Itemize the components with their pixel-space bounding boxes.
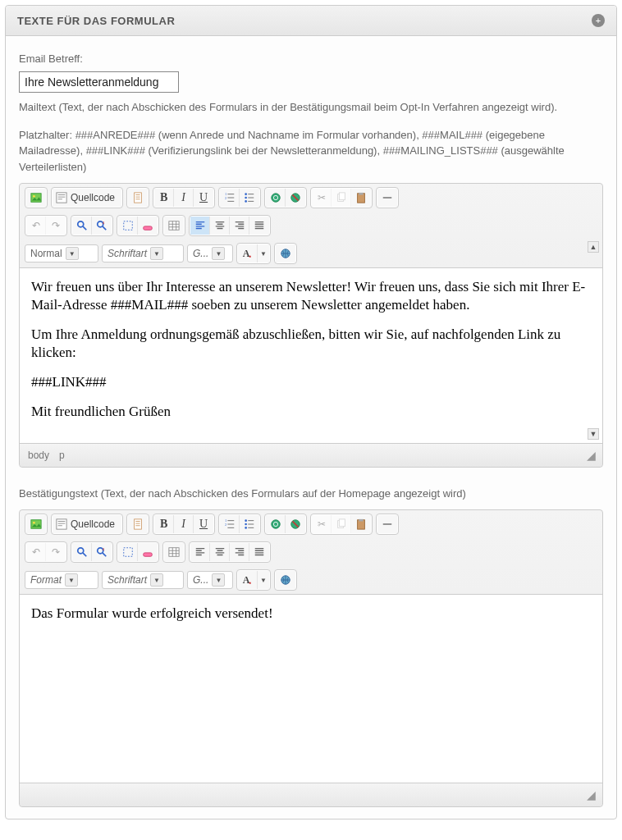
bullet-list-icon[interactable] bbox=[240, 515, 259, 533]
scroll-down-icon[interactable]: ▼ bbox=[588, 428, 599, 440]
content-paragraph: ###LINK### bbox=[31, 373, 591, 391]
image-icon[interactable] bbox=[26, 515, 46, 533]
content-paragraph: Das Formular wurde erfolgreich versendet… bbox=[31, 605, 591, 623]
paste-icon[interactable] bbox=[351, 515, 371, 533]
unlink-icon[interactable] bbox=[286, 515, 305, 533]
replace-icon[interactable]: a bbox=[92, 543, 112, 561]
align-right-icon[interactable] bbox=[230, 543, 249, 561]
source-button[interactable]: Quellcode bbox=[53, 189, 121, 207]
font-select[interactable]: Schriftart▼ bbox=[102, 571, 184, 589]
svg-rect-42 bbox=[123, 548, 132, 557]
confirmation-editor: Quellcode B I U 12 ✂ bbox=[19, 509, 603, 807]
format-select[interactable]: Format▼ bbox=[25, 571, 98, 589]
confirmation-content[interactable]: Das Formular wurde erfolgreich versendet… bbox=[20, 594, 602, 783]
page-icon[interactable] bbox=[128, 515, 148, 533]
mailtext-description: Mailtext (Text, der nach Abschicken des … bbox=[19, 99, 603, 116]
align-justify-icon[interactable] bbox=[249, 543, 269, 561]
svg-point-24 bbox=[33, 522, 35, 524]
svg-point-16 bbox=[77, 221, 83, 227]
remove-format-icon[interactable] bbox=[138, 543, 158, 561]
align-right-icon[interactable] bbox=[230, 217, 249, 235]
find-icon[interactable] bbox=[72, 543, 92, 561]
toolbar-row-2: ↶ ↷ a bbox=[20, 212, 602, 240]
replace-icon[interactable]: a bbox=[92, 217, 112, 235]
align-center-icon[interactable] bbox=[210, 217, 230, 235]
numbered-list-icon[interactable]: 12 bbox=[220, 515, 240, 533]
select-all-icon[interactable] bbox=[118, 217, 138, 235]
content-paragraph: Wir freuen uns über Ihr Interesse an uns… bbox=[31, 278, 591, 314]
link-icon[interactable] bbox=[266, 189, 286, 207]
bold-button[interactable]: B bbox=[154, 189, 174, 207]
svg-point-31 bbox=[245, 527, 247, 529]
svg-point-39 bbox=[77, 548, 83, 554]
link-icon[interactable] bbox=[266, 515, 286, 533]
copy-icon[interactable] bbox=[332, 189, 351, 207]
italic-button[interactable]: I bbox=[174, 189, 194, 207]
svg-rect-21 bbox=[169, 221, 179, 231]
text-color-icon[interactable]: A▪ bbox=[238, 571, 258, 589]
table-icon[interactable] bbox=[164, 543, 184, 561]
email-subject-label: Email Betreff: bbox=[19, 52, 603, 65]
globe-icon[interactable] bbox=[276, 571, 295, 589]
align-left-icon[interactable] bbox=[190, 217, 210, 235]
horizontal-rule-icon[interactable] bbox=[377, 515, 397, 533]
collapse-icon[interactable]: + bbox=[592, 14, 605, 27]
find-icon[interactable] bbox=[72, 217, 92, 235]
cut-icon[interactable]: ✂ bbox=[312, 189, 332, 207]
element-path[interactable]: body p bbox=[28, 450, 65, 461]
source-label: Quellcode bbox=[71, 518, 115, 530]
svg-point-32 bbox=[271, 520, 280, 529]
format-select[interactable]: Normal▼ bbox=[25, 244, 98, 262]
underline-button[interactable]: U bbox=[194, 189, 213, 207]
align-center-icon[interactable] bbox=[210, 543, 230, 561]
color-dropdown-icon[interactable]: ▼ bbox=[258, 244, 269, 262]
panel-body: Email Betreff: Mailtext (Text, der nach … bbox=[6, 36, 616, 819]
svg-text:a: a bbox=[103, 546, 105, 551]
bold-button[interactable]: B bbox=[154, 515, 174, 533]
content-paragraph: Mit freundlichen Grüßen bbox=[31, 403, 591, 421]
paste-icon[interactable] bbox=[351, 189, 371, 207]
align-justify-icon[interactable] bbox=[249, 217, 269, 235]
bullet-list-icon[interactable] bbox=[240, 189, 259, 207]
scroll-up-icon[interactable]: ▲ bbox=[588, 241, 599, 253]
text-color-icon[interactable]: A▪ bbox=[238, 244, 258, 262]
resize-handle-icon[interactable]: ◢ bbox=[587, 788, 594, 801]
redo-icon[interactable]: ↷ bbox=[46, 217, 66, 235]
email-subject-input[interactable] bbox=[19, 71, 179, 93]
cut-icon[interactable]: ✂ bbox=[312, 515, 332, 533]
undo-icon[interactable]: ↶ bbox=[26, 543, 46, 561]
select-all-icon[interactable] bbox=[118, 543, 138, 561]
globe-icon[interactable] bbox=[276, 244, 295, 262]
undo-icon[interactable]: ↶ bbox=[26, 217, 46, 235]
align-left-icon[interactable] bbox=[190, 543, 210, 561]
resize-handle-icon[interactable]: ◢ bbox=[587, 449, 594, 462]
placeholders-description: Platzhalter: ###ANREDE### (wenn Anrede u… bbox=[19, 127, 603, 176]
svg-point-1 bbox=[33, 195, 35, 198]
remove-format-icon[interactable] bbox=[138, 217, 158, 235]
table-icon[interactable] bbox=[164, 217, 184, 235]
italic-button[interactable]: I bbox=[174, 515, 194, 533]
svg-rect-19 bbox=[123, 221, 132, 231]
svg-rect-15 bbox=[383, 197, 392, 199]
horizontal-rule-icon[interactable] bbox=[377, 189, 397, 207]
numbered-list-icon[interactable]: 12 bbox=[220, 189, 240, 207]
underline-button[interactable]: U bbox=[194, 515, 213, 533]
image-icon[interactable] bbox=[26, 189, 46, 207]
mailtext-content[interactable]: Wir freuen uns über Ihr Interesse an uns… bbox=[20, 267, 602, 443]
size-select[interactable]: G...▼ bbox=[187, 571, 233, 589]
mailtext-editor: Quellcode B I U 12 ✂ bbox=[19, 183, 603, 468]
page-icon[interactable] bbox=[128, 189, 148, 207]
svg-rect-25 bbox=[57, 519, 66, 529]
font-select[interactable]: Schriftart▼ bbox=[102, 244, 184, 262]
svg-point-30 bbox=[245, 523, 247, 526]
copy-icon[interactable] bbox=[332, 515, 351, 533]
unlink-icon[interactable] bbox=[286, 189, 305, 207]
toolbar-row-2: ↶ ↷ a bbox=[20, 538, 602, 566]
svg-rect-26 bbox=[135, 519, 142, 529]
color-dropdown-icon[interactable]: ▼ bbox=[258, 571, 269, 589]
chevron-down-icon: ▼ bbox=[65, 573, 78, 587]
redo-icon[interactable]: ↷ bbox=[46, 543, 66, 561]
source-button[interactable]: Quellcode bbox=[53, 515, 121, 533]
size-select[interactable]: G...▼ bbox=[187, 244, 233, 262]
toolbar-row-1: Quellcode B I U 12 ✂ bbox=[20, 510, 602, 538]
